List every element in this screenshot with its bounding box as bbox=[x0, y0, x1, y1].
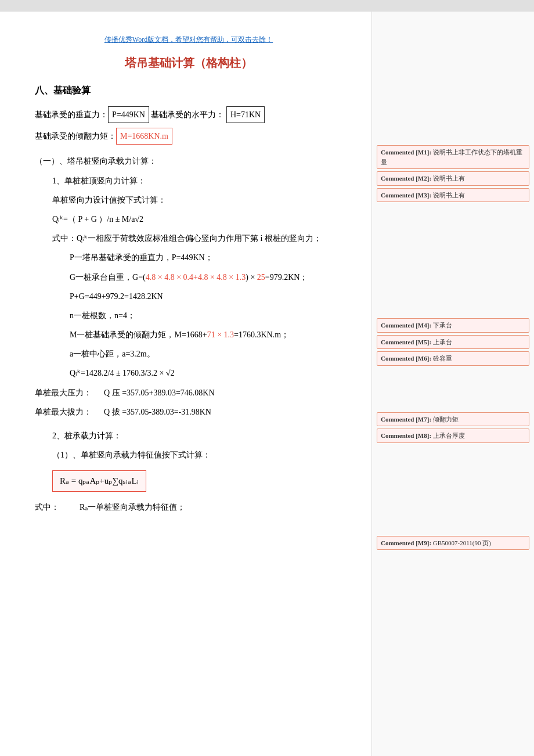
m-line: M一桩基础承受的倾翻力矩，M=1668+71 × 1.3=1760.3KN.m； bbox=[70, 327, 342, 342]
comment-m8: Commented [M8]: 上承台厚度 bbox=[377, 429, 529, 443]
sub1-2-heading: 2、桩承载力计算： bbox=[52, 429, 342, 443]
moment-value: M=1668KN.m bbox=[116, 128, 172, 145]
ra-explanation: 式中： Rₐ一单桩竖向承载力特征值； bbox=[35, 500, 342, 514]
max-pull-label: 单桩最大拔力： bbox=[35, 408, 92, 416]
pg-sum: P+G=449+979.2=1428.2KN bbox=[70, 289, 342, 304]
promo-text[interactable]: 传播优秀Word版文档，希望对您有帮助，可双击去除！ bbox=[35, 35, 342, 45]
a-line: a一桩中心距，a=3.2m。 bbox=[70, 347, 342, 361]
max-pull-line: 单桩最大拔力： Q 拔 =357.05-389.03=-31.98KN bbox=[35, 405, 342, 419]
comment-m9: Commented [M9]: GB50007-2011(90 页) bbox=[377, 536, 529, 550]
sub1-heading: （一）、塔吊桩竖向承载力计算： bbox=[35, 154, 342, 168]
main-content: 传播优秀Word版文档，希望对您有帮助，可双击去除！ 塔吊基础计算（格构柱） 八… bbox=[0, 12, 371, 756]
comment-m4-text: 下承台 bbox=[433, 322, 452, 329]
section-heading: 八、基础验算 bbox=[35, 85, 342, 97]
comment-m5-label: Commented [M5]: bbox=[381, 339, 431, 345]
horizontal-force-value: H=71KN bbox=[226, 106, 265, 123]
formula-explanation: 式中：Qᵢᵏ一相应于荷载效应标准组合偏心竖向力作用下第 i 根桩的竖向力； bbox=[52, 231, 342, 246]
comment-m8-label: Commented [M8]: bbox=[381, 432, 431, 439]
comment-m4: Commented [M4]: 下承台 bbox=[377, 318, 529, 333]
comment-m4-label: Commented [M4]: bbox=[381, 322, 431, 329]
formula1: Qᵢᵏ=（ P + G ）/n ± M/a√2 bbox=[52, 212, 342, 226]
sub1-1-heading: 1、单桩桩顶竖向力计算： bbox=[52, 174, 342, 188]
p-line: P一塔吊基础承受的垂直力，P=449KN； bbox=[70, 250, 342, 265]
comment-m5: Commented [M5]: 上承台 bbox=[377, 335, 529, 350]
comment-m6: Commented [M6]: 砼容重 bbox=[377, 351, 529, 366]
ra-formula-container: Rₐ = qₚₐAₚ+uₚ∑qₛᵢₐLᵢ bbox=[52, 467, 342, 495]
g-multiplier-red: 25 bbox=[257, 273, 265, 282]
comment-m8-text: 上承台厚度 bbox=[433, 432, 465, 439]
comment-m6-text: 砼容重 bbox=[433, 355, 452, 362]
formula2: Qᵢᵏ=1428.2/4 ± 1760.3/3.2 × √2 bbox=[70, 366, 342, 380]
ra-explanation-label: 式中： bbox=[35, 503, 59, 512]
comment-m2-text: 说明书上有 bbox=[433, 175, 465, 182]
comment-m5-text: 上承台 bbox=[433, 339, 452, 345]
g-line: G一桩承台自重，G=(4.8 × 4.8 × 0.4+4.8 × 4.8 × 1… bbox=[70, 270, 342, 285]
sidebar: Commented [M1]: 说明书上非工作状态下的塔机重量 Commente… bbox=[371, 12, 534, 756]
vertical-force-label: 基础承受的垂直力： bbox=[35, 110, 108, 119]
comment-m6-label: Commented [M6]: bbox=[381, 355, 431, 362]
doc-title: 塔吊基础计算（格构柱） bbox=[35, 55, 342, 71]
max-pressure-line: 单桩最大压力： Q 压 =357.05+389.03=746.08KN bbox=[35, 386, 342, 400]
formula-desc: 单桩竖向力设计值按下式计算： bbox=[52, 193, 342, 207]
comment-m3-label: Commented [M3]: bbox=[381, 192, 431, 199]
max-pull-symbol: Q 拔 bbox=[104, 408, 120, 416]
horizontal-force-label: 基础承受的水平力： bbox=[151, 110, 224, 119]
g-formula-red: 4.8 × 4.8 × 0.4+4.8 × 4.8 × 1.3 bbox=[146, 273, 246, 282]
max-pressure-symbol: Q 压 bbox=[104, 388, 120, 397]
ra-explanation-text: Rₐ一单桩竖向承载力特征值； bbox=[80, 503, 185, 512]
force-line: 基础承受的垂直力：P=449KN 基础承受的水平力： H=71KN bbox=[35, 106, 342, 123]
moment-line: 基础承受的倾翻力矩：M=1668KN.m bbox=[35, 128, 342, 145]
comment-m9-text: GB50007-2011(90 页) bbox=[433, 539, 491, 546]
comment-m3: Commented [M3]: 说明书上有 bbox=[377, 188, 529, 203]
sub1-2-1-heading: （1）、单桩竖向承载力特征值按下式计算： bbox=[52, 448, 342, 462]
comment-m1: Commented [M1]: 说明书上非工作状态下的塔机重量 bbox=[377, 145, 529, 169]
comment-m9-label: Commented [M9]: bbox=[381, 539, 431, 546]
comment-m2-label: Commented [M2]: bbox=[381, 175, 431, 182]
moment-label: 基础承受的倾翻力矩： bbox=[35, 132, 116, 141]
max-pressure-label: 单桩最大压力： bbox=[35, 388, 92, 397]
n-line: n一桩根数，n=4； bbox=[70, 308, 342, 323]
comment-m3-text: 说明书上有 bbox=[433, 192, 465, 199]
comment-m1-label: Commented [M1]: bbox=[381, 149, 431, 156]
vertical-force-value: P=449KN bbox=[108, 106, 149, 123]
max-pull-value: =357.05-389.03=-31.98KN bbox=[122, 408, 211, 416]
comment-m2: Commented [M2]: 说明书上有 bbox=[377, 171, 529, 186]
comment-m7: Commented [M7]: 倾翻力矩 bbox=[377, 412, 529, 427]
ra-formula: Rₐ = qₚₐAₚ+uₚ∑qₛᵢₐLᵢ bbox=[52, 470, 146, 492]
page-wrapper: 传播优秀Word版文档，希望对您有帮助，可双击去除！ 塔吊基础计算（格构柱） 八… bbox=[0, 12, 534, 756]
m-highlight: 71 × 1.3 bbox=[207, 330, 234, 339]
comment-m7-text: 倾翻力矩 bbox=[433, 416, 459, 423]
comment-m7-label: Commented [M7]: bbox=[381, 416, 431, 423]
max-pressure-value: =357.05+389.03=746.08KN bbox=[122, 388, 214, 397]
